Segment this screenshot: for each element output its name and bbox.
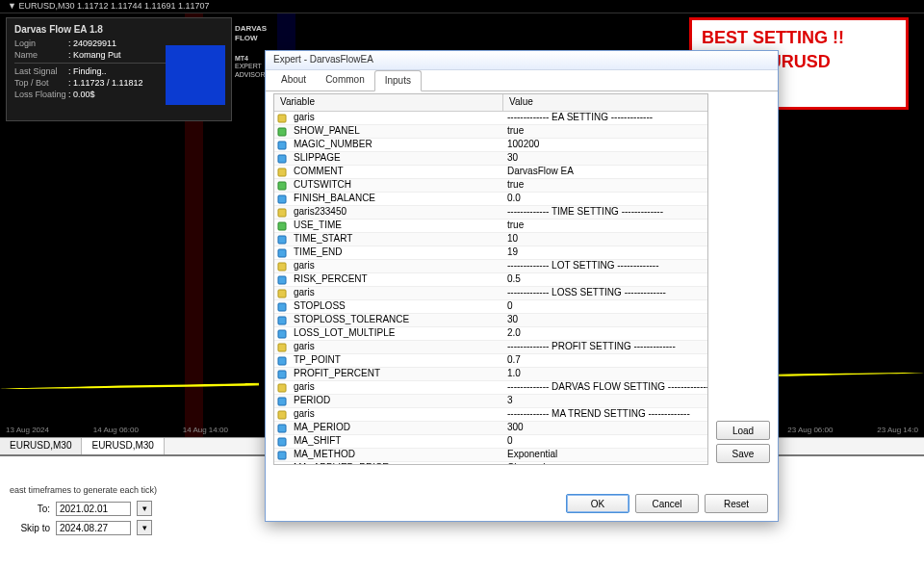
input-row[interactable]: MA_APPLIED_PRICE Close price <box>274 462 707 464</box>
input-row[interactable]: MA_PERIOD 300 <box>274 422 707 435</box>
svg-rect-17 <box>278 344 286 351</box>
input-value[interactable]: 300 <box>503 422 707 434</box>
expert-dialog: Expert - DarvasFlowEA About Common Input… <box>265 50 779 522</box>
input-value[interactable]: 0.7 <box>503 354 707 367</box>
type-icon <box>274 166 290 178</box>
reset-button[interactable]: Reset <box>705 494 768 513</box>
input-value[interactable]: ------------- PROFIT SETTING -----------… <box>503 341 707 353</box>
to-date-picker-icon[interactable]: ▾ <box>137 501 152 516</box>
input-value[interactable]: 19 <box>503 246 707 259</box>
input-row[interactable]: garis ------------- DARVAS FLOW SETTING … <box>274 381 707 395</box>
input-value[interactable]: 100200 <box>503 139 707 151</box>
input-value[interactable]: ------------- DARVAS FLOW SETTING ------… <box>503 381 707 394</box>
input-row[interactable]: PERIOD 3 <box>274 395 707 408</box>
input-value[interactable]: ------------- LOSS SETTING ------------- <box>503 287 707 299</box>
input-row[interactable]: MA_SHIFT 0 <box>274 435 707 449</box>
input-row[interactable]: garis233450 ------------- TIME SETTING -… <box>274 206 707 220</box>
svg-rect-11 <box>278 263 286 271</box>
input-value[interactable]: 1.0 <box>503 368 707 380</box>
input-row[interactable]: garis ------------- MA TREND SETTING ---… <box>274 408 707 422</box>
input-row[interactable]: garis ------------- LOT SETTING --------… <box>274 260 707 273</box>
input-value[interactable]: DarvasFlow EA <box>503 166 707 178</box>
svg-rect-16 <box>278 330 286 338</box>
input-value[interactable]: ------------- MA TREND SETTING ---------… <box>503 408 707 421</box>
input-value[interactable]: 30 <box>503 314 707 326</box>
input-row[interactable]: STOPLOSS 0 <box>274 300 707 314</box>
input-row[interactable]: SLIPPAGE 30 <box>274 152 707 166</box>
skip-date-picker-icon[interactable]: ▾ <box>137 520 152 535</box>
tab-common[interactable]: Common <box>316 70 374 91</box>
input-row[interactable]: TP_POINT 0.7 <box>274 354 707 368</box>
col-value[interactable]: Value <box>503 94 707 111</box>
ea-title: Darvas Flow EA 1.8 <box>14 24 223 35</box>
load-button[interactable]: Load <box>716 421 770 440</box>
input-row[interactable]: MAGIC_NUMBER 100200 <box>274 139 707 152</box>
tab-about[interactable]: About <box>271 70 316 91</box>
input-value[interactable]: 30 <box>503 152 707 165</box>
input-value[interactable]: 0.0 <box>503 193 707 205</box>
input-value[interactable]: true <box>503 220 707 232</box>
input-value[interactable]: Close price <box>503 462 707 464</box>
input-value[interactable]: 0 <box>503 435 707 448</box>
input-row[interactable]: PROFIT_PERCENT 1.0 <box>274 368 707 381</box>
chart-tab-1[interactable]: EURUSD,M30 <box>0 438 82 454</box>
input-variable: RISK_PERCENT <box>290 273 503 286</box>
type-icon <box>274 206 290 219</box>
input-value[interactable]: true <box>503 125 707 138</box>
chart-tab-2[interactable]: EURUSD,M30 <box>82 438 164 454</box>
to-date-input[interactable] <box>56 502 131 516</box>
input-value[interactable]: 0 <box>503 300 707 313</box>
input-row[interactable]: RISK_PERCENT 0.5 <box>274 273 707 287</box>
grid-body[interactable]: garis ------------- EA SETTING ---------… <box>274 112 707 464</box>
input-value[interactable]: ------------- LOT SETTING ------------- <box>503 260 707 272</box>
type-icon <box>274 233 290 246</box>
cancel-button[interactable]: Cancel <box>635 494 699 513</box>
input-row[interactable]: garis ------------- EA SETTING ---------… <box>274 112 707 125</box>
input-row[interactable]: LOSS_LOT_MULTIPLE 2.0 <box>274 327 707 341</box>
input-row[interactable]: garis ------------- LOSS SETTING -------… <box>274 287 707 300</box>
input-row[interactable]: USE_TIME true <box>274 220 707 233</box>
svg-rect-24 <box>278 438 286 446</box>
svg-rect-2 <box>278 142 286 149</box>
input-variable: LOSS_LOT_MULTIPLE <box>290 327 503 340</box>
input-row[interactable]: STOPLOSS_TOLERANCE 30 <box>274 314 707 327</box>
input-value[interactable]: ------------- TIME SETTING ------------- <box>503 206 707 219</box>
input-row[interactable]: MA_METHOD Exponential <box>274 449 707 462</box>
input-variable: COMMENT <box>290 166 503 178</box>
input-value[interactable]: Exponential <box>503 449 707 461</box>
input-value[interactable]: 0.5 <box>503 273 707 286</box>
input-row[interactable]: garis ------------- PROFIT SETTING -----… <box>274 341 707 354</box>
dialog-tabs: About Common Inputs <box>266 70 778 91</box>
input-variable: garis <box>290 381 503 394</box>
svg-rect-7 <box>278 209 286 217</box>
input-value[interactable]: true <box>503 179 707 192</box>
ea-info-panel: Darvas Flow EA 1.8 Login: 240929911Name:… <box>6 17 232 121</box>
svg-rect-5 <box>278 182 286 190</box>
input-row[interactable]: TIME_END 19 <box>274 246 707 260</box>
input-row[interactable]: COMMENT DarvasFlow EA <box>274 166 707 179</box>
type-icon <box>274 273 290 286</box>
skip-date-input[interactable] <box>56 521 131 535</box>
input-variable: STOPLOSS_TOLERANCE <box>290 314 503 326</box>
tab-inputs[interactable]: Inputs <box>374 70 422 91</box>
input-variable: PROFIT_PERCENT <box>290 368 503 380</box>
svg-rect-10 <box>278 249 286 257</box>
input-variable: SLIPPAGE <box>290 152 503 165</box>
input-value[interactable]: 3 <box>503 395 707 407</box>
save-button[interactable]: Save <box>716 444 770 463</box>
input-value[interactable]: 2.0 <box>503 327 707 340</box>
ok-button[interactable]: OK <box>566 494 629 513</box>
svg-rect-8 <box>278 222 286 230</box>
input-row[interactable]: TIME_START 10 <box>274 233 707 246</box>
input-value[interactable]: 10 <box>503 233 707 246</box>
input-row[interactable]: FINISH_BALANCE 0.0 <box>274 193 707 206</box>
svg-rect-0 <box>278 115 286 122</box>
col-variable[interactable]: Variable <box>274 94 503 111</box>
input-row[interactable]: SHOW_PANEL true <box>274 125 707 139</box>
input-variable: TP_POINT <box>290 354 503 367</box>
input-value[interactable]: ------------- EA SETTING ------------- <box>503 112 707 124</box>
type-icon <box>274 193 290 205</box>
input-variable: garis <box>290 408 503 421</box>
input-row[interactable]: CUTSWITCH true <box>274 179 707 193</box>
type-icon <box>274 422 290 434</box>
